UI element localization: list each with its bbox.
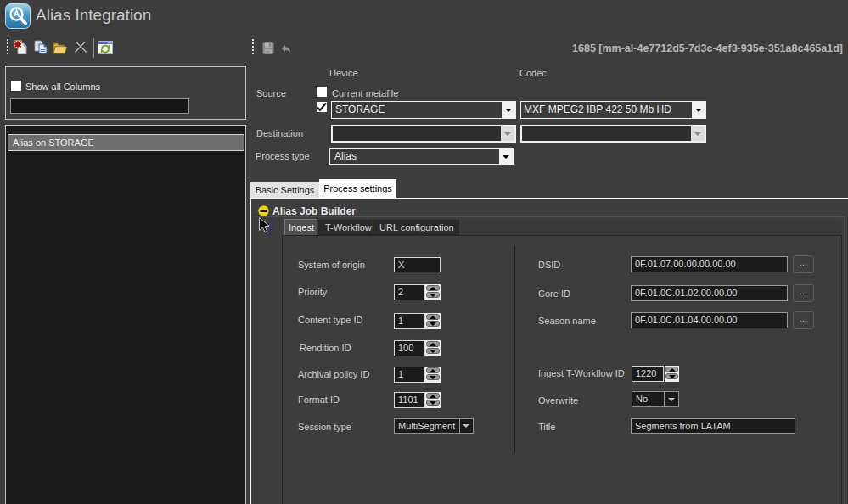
svg-text:?: ?	[267, 221, 275, 237]
